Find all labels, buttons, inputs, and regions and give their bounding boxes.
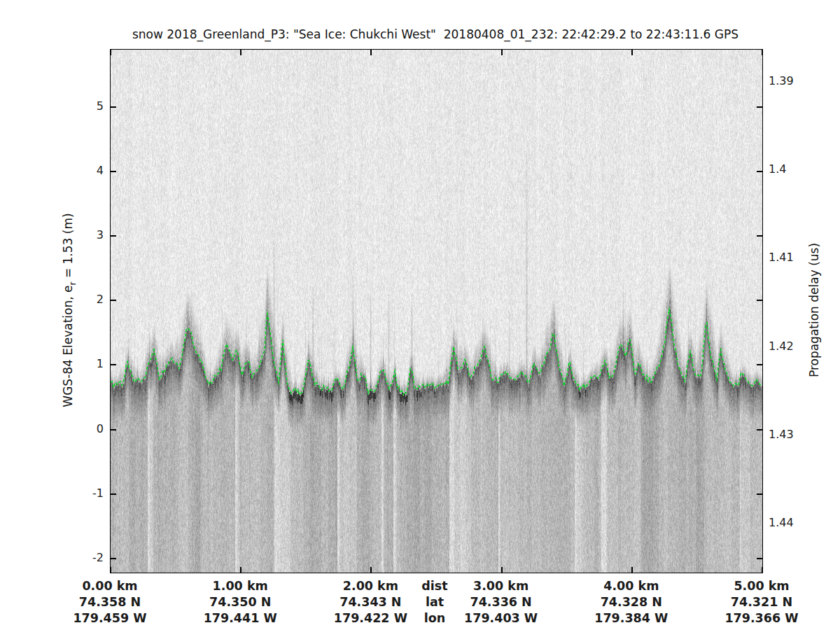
figure-title: snow 2018_Greenland_P3: "Sea Ice: Chukch…: [85, 27, 785, 42]
distance-tick-bottom: [370, 567, 372, 573]
xaxis-dist-value: 1.00 km: [195, 578, 286, 594]
elevation-tick-left: [111, 364, 116, 365]
xaxis-lon-value: 179.441 W: [195, 610, 286, 626]
distance-tick-top: [631, 50, 633, 55]
distance-tick-bottom: [110, 567, 111, 573]
delay-tick-label: 1.42: [769, 339, 811, 354]
delay-tick-label: 1.41: [769, 250, 811, 265]
xaxis-lon-value: 179.459 W: [64, 610, 155, 626]
distance-tick-bottom: [501, 567, 503, 573]
xaxis-dist-value: 3.00 km: [456, 578, 547, 594]
echogram-canvas[interactable]: [111, 50, 762, 573]
distance-tick-bottom: [631, 567, 633, 573]
delay-tick-label: 1.43: [769, 427, 811, 442]
distance-tick-top: [110, 50, 111, 55]
left-axis-label-units: = 1.53 (m): [61, 213, 75, 281]
xaxis-row-header: lon: [410, 610, 459, 626]
left-axis-label: WGS-84 Elevation, er = 1.53 (m): [59, 156, 76, 464]
elevation-tick-label: 1: [66, 356, 104, 372]
elevation-tick-right: [757, 235, 762, 237]
xaxis-lon-value: 179.422 W: [325, 610, 416, 626]
xaxis-label-group: 4.00 km74.328 N179.384 W: [586, 578, 677, 626]
xaxis-dist-value: 4.00 km: [586, 578, 677, 594]
elevation-tick-label: 5: [66, 99, 104, 114]
delay-tick-label: 1.39: [769, 74, 811, 89]
distance-tick-bottom: [762, 567, 763, 573]
distance-tick-top: [370, 50, 372, 55]
elevation-tick-right: [757, 558, 762, 559]
delay-tick-label: 1.44: [769, 515, 811, 531]
elevation-tick-left: [111, 300, 116, 301]
elevation-tick-label: 2: [66, 292, 104, 307]
xaxis-label-group: 3.00 km74.336 N179.403 W: [456, 578, 547, 626]
xaxis-label-group: 1.00 km74.350 N179.441 W: [195, 578, 286, 626]
xaxis-row-header: dist: [410, 578, 459, 594]
echogram-figure: snow 2018_Greenland_P3: "Sea Ice: Chukch…: [0, 0, 840, 630]
elevation-tick-left: [111, 171, 116, 172]
elevation-tick-left: [111, 235, 116, 237]
xaxis-lat-value: 74.358 N: [64, 594, 155, 610]
elevation-tick-left: [111, 493, 116, 495]
elevation-tick-right: [757, 364, 762, 365]
xaxis-label-group: 0.00 km74.358 N179.459 W: [64, 578, 155, 626]
elevation-tick-right: [757, 106, 762, 108]
distance-tick-bottom: [240, 567, 241, 573]
xaxis-dist-value: 0.00 km: [64, 578, 155, 594]
distance-tick-top: [501, 50, 503, 55]
xaxis-lon-value: 179.366 W: [716, 610, 807, 626]
elevation-tick-right: [757, 171, 762, 172]
xaxis-row-headers: distlatlon: [410, 578, 459, 626]
xaxis-lon-value: 179.384 W: [586, 610, 677, 626]
elevation-tick-label: -1: [66, 486, 104, 501]
elevation-tick-label: 0: [66, 421, 104, 437]
xaxis-lat-value: 74.321 N: [716, 594, 807, 610]
elevation-tick-right: [757, 493, 762, 495]
xaxis-lat-value: 74.336 N: [456, 594, 547, 610]
elevation-tick-right: [757, 300, 762, 301]
elevation-tick-label: 3: [66, 227, 104, 243]
xaxis-lat-value: 74.350 N: [195, 594, 286, 610]
xaxis-row-header: lat: [410, 594, 459, 610]
plot-area: [110, 49, 763, 573]
delay-tick-label: 1.4: [769, 162, 811, 177]
xaxis-label-group: 5.00 km74.321 N179.366 W: [716, 578, 807, 626]
xaxis-label-group: 2.00 km74.343 N179.422 W: [325, 578, 416, 626]
elevation-tick-label: -2: [66, 550, 104, 566]
xaxis-lat-value: 74.343 N: [325, 594, 416, 610]
xaxis-dist-value: 5.00 km: [716, 578, 807, 594]
elevation-tick-left: [111, 558, 116, 559]
distance-tick-top: [762, 50, 763, 55]
xaxis-dist-value: 2.00 km: [325, 578, 416, 594]
right-axis-label: Propagation delay (us): [806, 156, 822, 464]
xaxis-lon-value: 179.403 W: [456, 610, 547, 626]
elevation-tick-label: 4: [66, 163, 104, 178]
elevation-tick-left: [111, 429, 116, 430]
distance-tick-top: [240, 50, 241, 55]
left-axis-label-subscript: r: [68, 282, 78, 286]
elevation-tick-left: [111, 106, 116, 108]
xaxis-lat-value: 74.328 N: [586, 594, 677, 610]
elevation-tick-right: [757, 429, 762, 430]
